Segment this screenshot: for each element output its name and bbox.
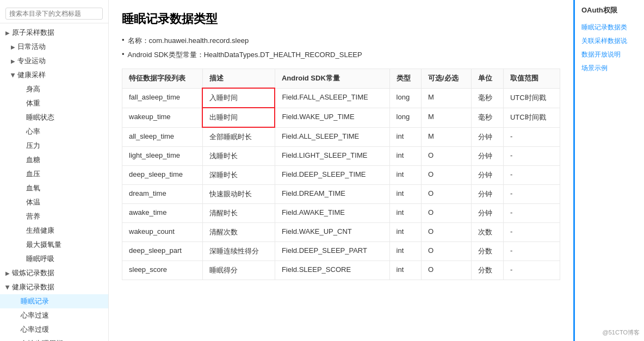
- sidebar-item-label: 压力: [26, 141, 40, 151]
- table-cell-4-6: -: [503, 166, 560, 185]
- sidebar-item-label: 营养: [26, 212, 40, 221]
- sidebar-item-label: 体温: [26, 197, 40, 207]
- table-cell-0-4: M: [422, 88, 472, 108]
- sidebar-item-20[interactable]: 心率过速: [0, 308, 108, 323]
- table-cell-3-5: 分钟: [472, 147, 503, 166]
- table-cell-5-0: dream_time: [122, 185, 203, 204]
- table-header-6: 取值范围: [503, 69, 560, 89]
- right-panel-item-1[interactable]: 关联采样数据说: [581, 34, 637, 48]
- sidebar-item-18[interactable]: ▶健康记录数据: [0, 280, 108, 294]
- table-cell-8-3: int: [389, 242, 421, 261]
- sidebar: ▶原子采样数据▶日常活动▶专业运动▶健康采样身高体重睡眠状态心率压力血糖血压血氧…: [0, 0, 109, 341]
- sidebar-item-label: 日常活动: [17, 42, 46, 52]
- search-input[interactable]: [5, 8, 103, 20]
- sidebar-item-19[interactable]: 睡眠记录: [0, 294, 108, 308]
- right-panel-item-0[interactable]: 睡眠记录数据类: [581, 21, 637, 34]
- table-cell-9-2: Field.SLEEP_SCORE: [275, 261, 389, 280]
- data-table: 特征数据字段列表描述Android SDK常量类型可选/必选单位取值范围 fal…: [122, 69, 560, 280]
- sidebar-item-21[interactable]: 心率过缓: [0, 323, 108, 337]
- table-cell-3-6: -: [503, 147, 560, 166]
- right-panel-title: OAuth权限: [581, 5, 637, 15]
- sidebar-item-14[interactable]: 生殖健康: [0, 224, 108, 238]
- table-cell-3-2: Field.LIGHT_SLEEP_TIME: [275, 147, 389, 166]
- sidebar-item-1[interactable]: ▶日常活动: [0, 40, 108, 54]
- table-row: wakeup_time出睡时间Field.WAKE_UP_TIMElongM毫秒…: [122, 108, 560, 127]
- table-row: fall_asleep_time入睡时间Field.FALL_ASLEEP_TI…: [122, 88, 560, 108]
- table-cell-4-0: deep_sleep_time: [122, 166, 203, 185]
- table-cell-2-5: 分钟: [472, 127, 503, 147]
- table-cell-3-4: O: [422, 147, 472, 166]
- table-cell-6-5: 分钟: [472, 204, 503, 223]
- arrow-icon: ▶: [10, 73, 16, 77]
- sidebar-item-6[interactable]: 睡眠状态: [0, 110, 108, 125]
- sidebar-item-label: 生殖健康: [26, 226, 54, 235]
- sidebar-item-0[interactable]: ▶原子采样数据: [0, 26, 108, 40]
- table-cell-0-0: fall_asleep_time: [122, 88, 203, 108]
- sidebar-item-2[interactable]: ▶专业运动: [0, 54, 108, 68]
- table-header-0: 特征数据字段列表: [122, 69, 203, 89]
- table-cell-5-5: 分钟: [472, 185, 503, 204]
- sidebar-item-12[interactable]: 体温: [0, 195, 108, 209]
- sidebar-item-label: 心率过缓: [21, 325, 49, 334]
- sidebar-item-11[interactable]: 血氧: [0, 181, 108, 195]
- sidebar-item-label: 原子采样数据: [12, 28, 54, 38]
- table-header-3: 类型: [389, 69, 421, 89]
- main-content: 睡眠记录数据类型 名称：com.huawei.health.record.sle…: [109, 0, 573, 341]
- sidebar-item-9[interactable]: 血糖: [0, 153, 108, 167]
- right-panel-item-2[interactable]: 数据开放说明: [581, 48, 637, 61]
- arrow-icon: ▶: [5, 30, 10, 36]
- sidebar-item-3[interactable]: ▶健康采样: [0, 68, 108, 82]
- table-cell-4-2: Field.DEEP_SLEEP_TIME: [275, 166, 389, 185]
- table-row: awake_time清醒时长Field.AWAKE_TIMEintO分钟-: [122, 204, 560, 223]
- right-panel-item-3[interactable]: 场景示例: [581, 61, 637, 75]
- table-cell-6-2: Field.AWAKE_TIME: [275, 204, 389, 223]
- table-cell-1-3: long: [389, 108, 421, 127]
- table-header-5: 单位: [472, 69, 503, 89]
- sidebar-item-label: 血氧: [26, 183, 40, 193]
- sidebar-item-10[interactable]: 血压: [0, 167, 108, 181]
- table-cell-8-1: 深睡连续性得分: [202, 242, 275, 261]
- table-cell-9-3: int: [389, 261, 421, 280]
- table-header-1: 描述: [202, 69, 275, 89]
- arrow-icon: ▶: [5, 285, 11, 289]
- table-cell-1-6: UTC时间戳: [503, 108, 560, 127]
- table-cell-4-1: 深睡时长: [202, 166, 275, 185]
- sidebar-item-label: 健康记录数据: [12, 282, 54, 292]
- table-cell-4-4: O: [422, 166, 472, 185]
- bullet-item-0: 名称：com.huawei.health.record.sleep: [122, 36, 560, 46]
- table-cell-1-1: 出睡时间: [202, 108, 275, 127]
- table-cell-2-4: M: [422, 127, 472, 147]
- table-cell-1-2: Field.WAKE_UP_TIME: [275, 108, 389, 127]
- table-cell-3-3: int: [389, 147, 421, 166]
- sidebar-item-4[interactable]: 身高: [0, 82, 108, 96]
- table-cell-4-3: int: [389, 166, 421, 185]
- table-cell-8-2: Field.DEEP_SLEEP_PART: [275, 242, 389, 261]
- sidebar-item-13[interactable]: 营养: [0, 209, 108, 224]
- table-row: deep_sleep_time深睡时长Field.DEEP_SLEEP_TIME…: [122, 166, 560, 185]
- sidebar-item-label: 体重: [26, 98, 40, 108]
- sidebar-search-container: [0, 4, 108, 23]
- table-cell-6-3: int: [389, 204, 421, 223]
- table-header-4: 可选/必选: [422, 69, 472, 89]
- sidebar-item-8[interactable]: 压力: [0, 139, 108, 153]
- sidebar-item-17[interactable]: ▶锻炼记录数据: [0, 266, 108, 280]
- sidebar-item-label: 身高: [26, 84, 40, 94]
- table-cell-2-1: 全部睡眠时长: [202, 127, 275, 147]
- table-cell-6-4: O: [422, 204, 472, 223]
- sidebar-item-5[interactable]: 体重: [0, 96, 108, 110]
- table-cell-5-6: -: [503, 185, 560, 204]
- table-cell-6-0: awake_time: [122, 204, 203, 223]
- table-cell-9-1: 睡眠得分: [202, 261, 275, 280]
- sidebar-item-16[interactable]: 睡眠呼吸: [0, 252, 108, 266]
- sidebar-item-7[interactable]: 心率: [0, 125, 108, 139]
- sidebar-item-15[interactable]: 最大摄氧量: [0, 238, 108, 252]
- table-row: wakeup_count清醒次数Field.WAKE_UP_CNTintO次数-: [122, 223, 560, 242]
- sidebar-item-22[interactable]: 女性生理周期: [0, 337, 108, 341]
- table-row: deep_sleep_part深睡连续性得分Field.DEEP_SLEEP_P…: [122, 242, 560, 261]
- arrow-icon: ▶: [11, 44, 15, 50]
- table-cell-9-0: sleep_score: [122, 261, 203, 280]
- sidebar-item-label: 最大摄氧量: [26, 240, 61, 250]
- table-cell-5-2: Field.DREAM_TIME: [275, 185, 389, 204]
- table-cell-6-6: -: [503, 204, 560, 223]
- table-cell-2-3: int: [389, 127, 421, 147]
